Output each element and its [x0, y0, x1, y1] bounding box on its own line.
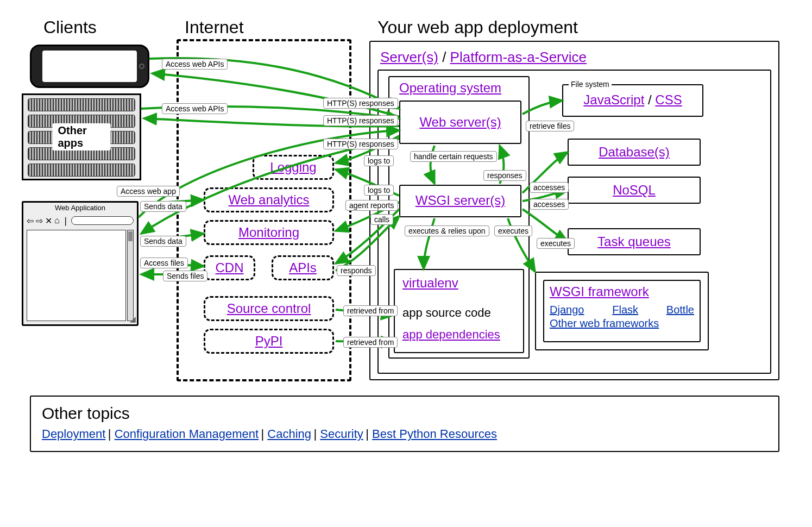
box-nosql[interactable]: NoSQL: [568, 177, 701, 204]
link-deployment[interactable]: Deployment: [42, 427, 105, 441]
link-paas[interactable]: Platform-as-a-Service: [450, 49, 587, 65]
link-best[interactable]: Best Python Resources: [372, 427, 497, 441]
heading-internet: Internet: [185, 17, 244, 37]
label-retrieve-files: retrieve files: [526, 121, 574, 131]
label-executes-1: executes: [494, 225, 532, 236]
label-access-files: Access files: [140, 258, 188, 268]
link-caching[interactable]: Caching: [267, 427, 311, 441]
label-accesses-1: accesses: [530, 182, 569, 193]
home-icon: ⌂: [54, 216, 60, 225]
link-servers[interactable]: Server(s): [380, 49, 438, 65]
label-retrieved-from-2: retrieved from: [343, 337, 398, 348]
box-logging[interactable]: Logging: [253, 155, 334, 180]
link-other-fw[interactable]: Other web frameworks: [550, 317, 659, 329]
link-flask[interactable]: Flask: [612, 304, 638, 316]
box-file-system: File system JavaScript / CSS: [562, 84, 703, 117]
box-wsgi-fw: WSGI framework Django Flask Bottle Other…: [543, 280, 701, 342]
legend-file-system: File system: [569, 80, 612, 89]
client-other-apps: Other apps: [22, 93, 141, 180]
box-cdn[interactable]: CDN: [204, 255, 255, 280]
label-executes-relies: executes & relies upon: [405, 225, 489, 236]
label-executes-2: executes: [537, 238, 575, 249]
link-app-deps[interactable]: app dependencies: [402, 328, 500, 341]
label-sends-data-2: Sends data: [140, 236, 186, 247]
box-db[interactable]: Database(s): [568, 139, 701, 166]
label-app-source: app source code: [402, 306, 515, 320]
link-security[interactable]: Security: [320, 427, 363, 441]
link-wsgi-framework[interactable]: WSGI framework: [550, 284, 649, 299]
label-http-resp-3: HTTP(S) responses: [323, 139, 398, 149]
box-wsgi-server[interactable]: WSGI server(s): [399, 185, 521, 217]
link-config[interactable]: Configuration Management: [115, 427, 259, 441]
label-calls: calls: [370, 214, 393, 225]
stop-icon: ✕: [45, 216, 52, 226]
label-sends-files: Sends files: [163, 271, 207, 281]
label-agent-reports: agent reports: [345, 200, 398, 211]
url-bar: [71, 216, 134, 225]
box-monitoring[interactable]: Monitoring: [204, 220, 334, 245]
label-logs-to-1: logs to: [364, 155, 394, 166]
browser-title: Web Application: [23, 203, 137, 213]
forward-icon: ⇨: [36, 216, 43, 226]
label-http-resp-2: HTTP(S) responses: [323, 115, 398, 126]
link-bottle[interactable]: Bottle: [666, 304, 694, 316]
box-web-analytics[interactable]: Web analytics: [204, 187, 334, 212]
box-web-server[interactable]: Web server(s): [399, 101, 521, 144]
box-task-queues[interactable]: Task queues: [568, 228, 701, 255]
box-apis[interactable]: APIs: [272, 255, 334, 280]
label-handle-requests: handle certain requests: [410, 151, 497, 162]
client-phone: [30, 45, 149, 88]
label-logs-to-2: logs to: [364, 185, 394, 196]
bookmark-icon: ❘: [62, 216, 69, 226]
other-apps-label: Other apps: [53, 123, 111, 150]
box-pypi[interactable]: PyPI: [204, 329, 334, 354]
other-topics-box: Other topics Deployment | Configuration …: [30, 396, 779, 452]
link-js[interactable]: JavaScript: [583, 92, 644, 107]
label-http-resp-1: HTTP(S) responses: [323, 98, 398, 109]
box-source-control[interactable]: Source control: [204, 296, 334, 321]
link-virtualenv[interactable]: virtualenv: [402, 275, 458, 290]
box-virtualenv: virtualenv app source code app dependenc…: [394, 269, 524, 353]
heading-clients: Clients: [43, 17, 97, 37]
client-browser: Web Application ⇦ ⇨ ✕ ⌂ ❘ ◢: [22, 201, 139, 326]
label-retrieved-from-1: retrieved from: [343, 305, 398, 316]
label-responses: responses: [483, 170, 526, 181]
link-css[interactable]: CSS: [655, 92, 682, 107]
label-sends-data-1: Sends data: [140, 201, 186, 212]
label-access-web-apis-2: Access web APIs: [162, 103, 228, 114]
deployment-header: Server(s) / Platform-as-a-Service: [380, 49, 587, 66]
heading-deployment: Your web app deployment: [377, 17, 578, 37]
label-access-web-app: Access web app: [117, 186, 180, 197]
label-access-web-apis-1: Access web APIs: [162, 59, 228, 70]
link-django[interactable]: Django: [550, 304, 584, 316]
other-topics-heading: Other topics: [42, 404, 767, 423]
link-os[interactable]: Operating system: [399, 80, 501, 96]
label-responds: responds: [337, 265, 376, 276]
label-accesses-2: accesses: [530, 199, 569, 210]
slash: /: [442, 49, 450, 65]
back-icon: ⇦: [27, 216, 34, 226]
